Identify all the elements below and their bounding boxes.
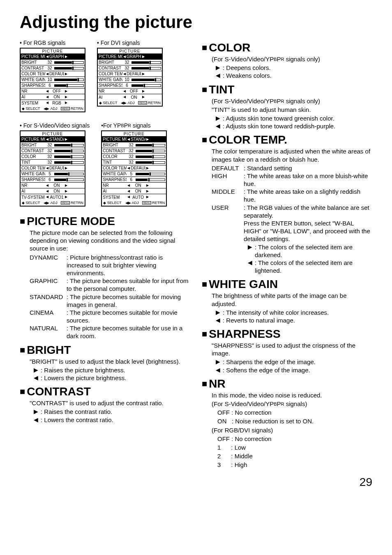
slider-thumb[interactable]	[71, 149, 72, 153]
menu-row[interactable]: AI◀ON▶	[102, 188, 166, 194]
left-arrow-icon[interactable]: ◀	[46, 167, 48, 170]
left-arrow-icon[interactable]: ◀	[127, 190, 130, 193]
menu-row[interactable]: BRIGHT32	[21, 142, 85, 148]
menu-row[interactable]: PICTURE MODE◀STANDARD▶	[21, 137, 85, 142]
slider-thumb[interactable]	[67, 178, 68, 181]
left-arrow-icon[interactable]: ◀	[46, 55, 48, 58]
slider-track[interactable]	[54, 173, 84, 175]
slider-track[interactable]	[131, 67, 161, 70]
left-arrow-icon[interactable]: ◀	[127, 184, 130, 187]
slider-thumb[interactable]	[148, 178, 150, 181]
right-arrow-icon[interactable]: ▶	[146, 138, 149, 141]
slider-track[interactable]	[136, 144, 165, 146]
slider-track[interactable]	[54, 156, 84, 158]
right-arrow-icon[interactable]: ▶	[142, 72, 145, 76]
right-arrow-icon[interactable]: ▶	[142, 90, 145, 93]
left-arrow-icon[interactable]: ◀	[46, 72, 48, 76]
menu-row[interactable]: NR◀OFF▶	[98, 88, 162, 94]
menu-row[interactable]: AI◀ON▶	[98, 94, 162, 100]
menu-row[interactable]: SHARPNESS6	[102, 177, 166, 183]
slider-track[interactable]	[136, 179, 165, 181]
left-arrow-icon[interactable]: ◀	[46, 90, 48, 93]
right-arrow-icon[interactable]: ▶	[142, 95, 145, 99]
slider-thumb[interactable]	[152, 144, 154, 147]
menu-row[interactable]: CONTRAST32	[102, 148, 166, 154]
menu-row[interactable]: PICTURE MODE◀STANDARD▶	[102, 137, 166, 142]
right-arrow-icon[interactable]: ▶	[146, 190, 149, 193]
menu-row[interactable]: CONTRAST32	[21, 148, 85, 154]
right-arrow-icon[interactable]: ▶	[65, 184, 67, 187]
menu-row[interactable]: PICTURE MODE◀GRAPHIC▶	[21, 54, 85, 60]
menu-row[interactable]: TINT32	[21, 160, 85, 165]
right-arrow-icon[interactable]: ▶	[65, 55, 67, 58]
left-arrow-icon[interactable]: ◀	[46, 184, 48, 187]
menu-row[interactable]: WHITE GAIN5	[21, 171, 85, 177]
slider-thumb[interactable]	[150, 67, 151, 70]
menu-row[interactable]: COLOR TEMP.◀DEFAULT▶	[98, 71, 162, 77]
right-arrow-icon[interactable]: ▶	[142, 55, 145, 58]
menu-row[interactable]: BRIGHT32	[98, 60, 162, 65]
slider-thumb[interactable]	[150, 61, 151, 64]
left-arrow-icon[interactable]: ◀	[127, 138, 130, 141]
slider-thumb[interactable]	[71, 144, 72, 147]
menu-row[interactable]: SHARPNESS6	[98, 83, 162, 88]
right-arrow-icon[interactable]: ▶	[146, 184, 149, 187]
slider-track[interactable]	[131, 61, 161, 64]
slider-track[interactable]	[54, 161, 84, 164]
slider-thumb[interactable]	[155, 78, 156, 81]
right-arrow-icon[interactable]: ▶	[146, 195, 149, 199]
left-arrow-icon[interactable]: ◀	[46, 95, 48, 99]
slider-track[interactable]	[54, 61, 84, 64]
slider-track[interactable]	[136, 161, 165, 164]
left-arrow-icon[interactable]: ◀	[123, 90, 126, 93]
slider-thumb[interactable]	[152, 155, 154, 158]
right-arrow-icon[interactable]: ▶	[65, 190, 67, 193]
menu-row[interactable]: WHITE GAIN5	[102, 171, 166, 177]
menu-row[interactable]: TV-SYSTEM◀AUTO1▶	[21, 194, 85, 200]
slider-thumb[interactable]	[71, 155, 72, 158]
right-arrow-icon[interactable]: ▶	[65, 72, 67, 76]
slider-track[interactable]	[131, 79, 161, 81]
menu-row[interactable]: TINT32	[102, 160, 166, 165]
right-arrow-icon[interactable]: ▶	[146, 167, 149, 170]
menu-row[interactable]: COLOR32	[21, 154, 85, 160]
menu-row[interactable]: BRIGHT32	[102, 142, 166, 148]
menu-row[interactable]: COLOR TEMP.◀DEFAULT▶	[102, 165, 166, 171]
right-arrow-icon[interactable]: ▶	[65, 138, 67, 141]
left-arrow-icon[interactable]: ◀	[123, 72, 126, 76]
slider-track[interactable]	[136, 156, 165, 158]
slider-track[interactable]	[54, 144, 84, 146]
left-arrow-icon[interactable]: ◀	[46, 101, 48, 104]
slider-track[interactable]	[136, 150, 165, 152]
left-arrow-icon[interactable]: ◀	[127, 167, 130, 170]
menu-row[interactable]: SYSTEM◀RGB▶	[21, 100, 85, 106]
menu-row[interactable]: WHITE GAIN10	[21, 77, 85, 83]
slider-track[interactable]	[136, 173, 165, 175]
slider-thumb[interactable]	[67, 84, 68, 87]
left-arrow-icon[interactable]: ◀	[123, 55, 126, 58]
menu-row[interactable]: SYSTEM◀AUTO▶	[102, 194, 166, 200]
left-arrow-icon[interactable]: ◀	[127, 195, 130, 199]
menu-row[interactable]: AI◀ON▶	[21, 94, 85, 100]
menu-row[interactable]: COLOR TEMP.◀DEFAULT▶	[21, 71, 85, 77]
left-arrow-icon[interactable]: ◀	[46, 190, 48, 193]
slider-track[interactable]	[54, 67, 84, 70]
menu-row[interactable]: CONTRAST32	[21, 65, 85, 71]
slider-thumb[interactable]	[72, 67, 74, 70]
slider-thumb[interactable]	[152, 149, 154, 153]
menu-row[interactable]: PICTURE MODE◀GRAPHIC▶	[98, 54, 162, 60]
right-arrow-icon[interactable]: ▶	[65, 167, 67, 170]
right-arrow-icon[interactable]: ▶	[65, 101, 67, 104]
right-arrow-icon[interactable]: ▶	[65, 90, 67, 93]
slider-thumb[interactable]	[152, 161, 154, 164]
menu-row[interactable]: SHARPNESS6	[21, 83, 85, 88]
slider-thumb[interactable]	[78, 78, 79, 81]
menu-row[interactable]: NR◀ON▶	[21, 183, 85, 188]
slider-thumb[interactable]	[150, 172, 151, 176]
left-arrow-icon[interactable]: ◀	[46, 138, 48, 141]
left-arrow-icon[interactable]: ◀	[123, 95, 126, 99]
right-arrow-icon[interactable]: ▶	[65, 195, 67, 199]
menu-row[interactable]: AI◀ON▶	[21, 188, 85, 194]
right-arrow-icon[interactable]: ▶	[65, 95, 67, 99]
slider-thumb[interactable]	[68, 172, 69, 176]
